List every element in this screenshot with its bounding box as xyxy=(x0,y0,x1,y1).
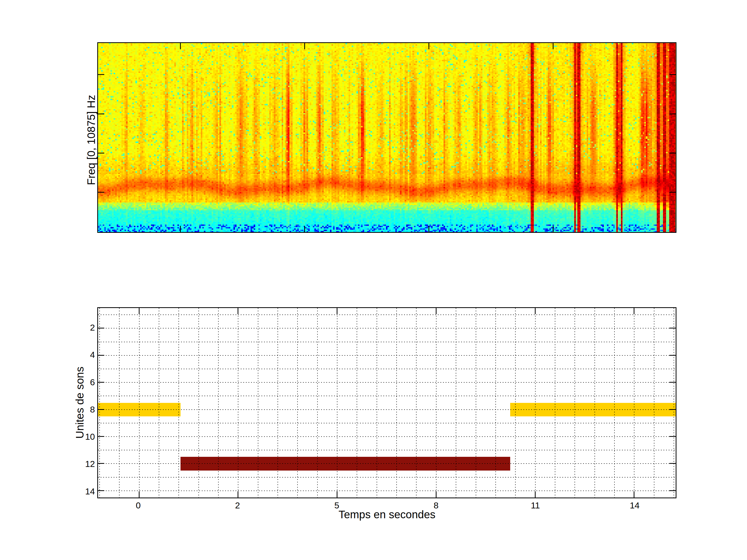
grid-line-vertical xyxy=(416,308,416,498)
time-axis-label: Temps en secondes xyxy=(338,509,436,520)
grid-line-horizontal xyxy=(98,328,676,328)
grid-line-vertical xyxy=(159,308,159,498)
x-tick-mark xyxy=(436,308,437,314)
y-tick-mark xyxy=(98,463,104,464)
y-tick-mark xyxy=(98,382,104,383)
spectrogram-canvas xyxy=(98,43,676,232)
y-tick-label: 6 xyxy=(72,378,95,386)
grid-line-vertical xyxy=(574,308,575,498)
spec-y-tick-mark xyxy=(669,192,676,193)
spec-x-tick-mark xyxy=(553,43,553,49)
grid-line-vertical xyxy=(476,308,476,498)
grid-line-horizontal xyxy=(98,436,676,437)
y-tick-mark xyxy=(98,436,104,437)
x-tick-mark xyxy=(238,491,238,498)
y-tick-mark xyxy=(98,409,104,410)
x-tick-mark xyxy=(535,491,536,498)
y-tick-label: 12 xyxy=(72,459,95,468)
spec-y-tick-mark xyxy=(98,113,104,114)
spec-y-tick-mark xyxy=(98,153,104,154)
grid-line-vertical xyxy=(297,308,298,498)
y-tick-label: 4 xyxy=(72,350,95,359)
grid-line-vertical xyxy=(594,308,595,498)
x-tick-mark xyxy=(238,308,238,314)
grid-line-vertical xyxy=(317,308,318,498)
grid-line-vertical xyxy=(495,308,496,498)
x-tick-label: 2 xyxy=(235,501,240,510)
y-tick-mark xyxy=(98,328,104,328)
y-tick-mark xyxy=(669,436,676,437)
grid-line-vertical xyxy=(654,308,654,498)
y-tick-label: 10 xyxy=(72,432,95,441)
grid-line-vertical xyxy=(238,308,238,498)
grid-line-vertical xyxy=(535,308,536,498)
y-tick-label: 14 xyxy=(72,487,95,496)
grid-line-horizontal xyxy=(98,409,676,410)
grid-line-vertical xyxy=(218,308,218,498)
grid-line-vertical xyxy=(436,308,437,498)
grid-line-horizontal xyxy=(98,355,676,356)
grid-line-vertical xyxy=(139,308,139,498)
spec-y-tick-mark xyxy=(669,113,676,114)
x-tick-mark xyxy=(139,308,139,314)
spec-x-tick-mark xyxy=(429,226,429,232)
grid-line-horizontal xyxy=(98,477,676,478)
x-tick-mark xyxy=(337,491,337,498)
spec-x-tick-mark xyxy=(304,226,305,232)
grid-line-vertical xyxy=(357,308,357,498)
figure: Freq [0, 10875] Hz Unites de sons Temps … xyxy=(0,0,747,560)
y-tick-mark xyxy=(98,355,104,356)
activation-plot xyxy=(97,307,676,498)
grid-line-horizontal xyxy=(98,369,676,369)
grid-line-vertical xyxy=(199,308,199,498)
grid-line-vertical xyxy=(99,308,100,498)
spec-x-tick-mark xyxy=(429,43,429,49)
x-tick-mark xyxy=(337,308,337,314)
grid-line-vertical xyxy=(515,308,516,498)
grid-line-vertical xyxy=(555,308,555,498)
spec-y-tick-mark xyxy=(669,153,676,154)
grid-line-vertical xyxy=(674,308,674,498)
grid-line-vertical xyxy=(258,308,258,498)
freq-axis-label: Freq [0, 10875] Hz xyxy=(86,95,97,185)
y-tick-mark xyxy=(669,409,676,410)
grid-line-vertical xyxy=(396,308,397,498)
x-tick-label: 11 xyxy=(531,501,540,510)
grid-line-vertical xyxy=(614,308,615,498)
x-tick-mark xyxy=(634,491,635,498)
grid-line-vertical xyxy=(634,308,635,498)
grid-line-horizontal xyxy=(98,450,676,450)
spec-x-tick-mark xyxy=(304,43,305,49)
grid-line-horizontal xyxy=(98,463,676,464)
y-tick-mark xyxy=(669,355,676,356)
spec-y-tick-mark xyxy=(669,74,676,75)
x-tick-label: 8 xyxy=(434,501,439,510)
x-tick-mark xyxy=(535,308,536,314)
y-tick-mark xyxy=(98,490,104,491)
x-tick-label: 5 xyxy=(334,501,339,510)
y-tick-mark xyxy=(669,490,676,491)
x-tick-label: 0 xyxy=(136,501,141,510)
y-tick-mark xyxy=(669,463,676,464)
grid-line-vertical xyxy=(337,308,337,498)
spec-y-tick-mark xyxy=(98,74,104,75)
y-tick-mark xyxy=(669,382,676,383)
grid-line-horizontal xyxy=(98,342,676,342)
grid-line-horizontal xyxy=(98,382,676,383)
grid-line-vertical xyxy=(377,308,377,498)
x-tick-label: 14 xyxy=(630,501,640,510)
spec-x-tick-mark xyxy=(553,226,553,232)
grid-line-vertical xyxy=(119,308,120,498)
grid-line-horizontal xyxy=(98,490,676,491)
grid-line-horizontal xyxy=(98,423,676,423)
grid-line-horizontal xyxy=(98,396,676,396)
x-tick-mark xyxy=(634,308,635,314)
grid-line-vertical xyxy=(456,308,456,498)
spec-y-tick-mark xyxy=(98,192,104,193)
spectrogram-plot xyxy=(97,42,676,233)
spec-x-tick-mark xyxy=(180,226,181,232)
x-tick-mark xyxy=(436,491,437,498)
y-tick-label: 2 xyxy=(72,323,95,332)
y-tick-mark xyxy=(669,328,676,328)
grid-line-vertical xyxy=(278,308,278,498)
